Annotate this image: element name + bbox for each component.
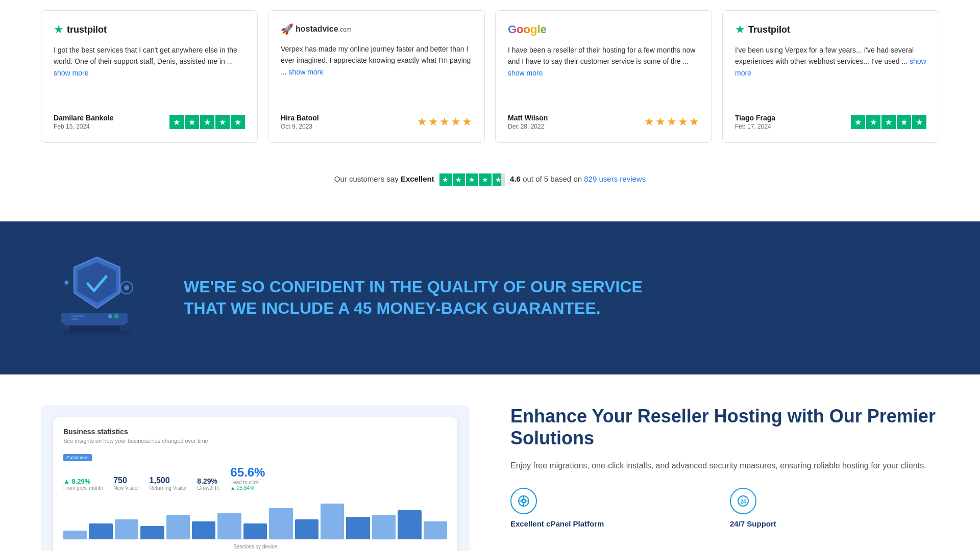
chart-bar-6 — [217, 513, 241, 540]
review-date-1: Feb 15, 2024 — [54, 123, 114, 130]
support-icon-circle: 24 — [730, 488, 756, 514]
feature-title: Enhance Your Reseller Hosting with Our P… — [510, 405, 939, 449]
reviewer-name-1: Damilare Bankole — [54, 114, 114, 122]
banner-headline: WE'RE SO CONFIDENT IN THE QUALITY OF OUR… — [184, 277, 939, 319]
review-card-1: ★ trustpilot I got the best services tha… — [41, 10, 258, 143]
rating-out-of: out of 5 based on — [523, 174, 584, 183]
star-4: ★ — [215, 115, 230, 129]
svg-point-10 — [124, 285, 129, 290]
summary-star-1: ★ — [439, 173, 452, 186]
chart-bar-12 — [372, 515, 396, 539]
chart-bar-8 — [269, 508, 292, 539]
tp4-star-1: ★ — [851, 115, 865, 129]
show-more-link-2[interactable]: show more — [289, 68, 324, 76]
chart-bar-1 — [89, 523, 112, 539]
trustpilot-brand-1: trustpilot — [67, 24, 107, 35]
ha-star-4: ★ — [451, 115, 461, 129]
feature-icon-support: 24 24/7 Support — [730, 488, 939, 528]
shield-illustration — [41, 242, 153, 354]
rating-excellent: Excellent — [401, 174, 434, 183]
show-more-link-1[interactable]: show more — [54, 69, 88, 77]
g-star-2: ★ — [655, 115, 666, 129]
g-star-4: ★ — [678, 115, 688, 129]
stats-subtitle: See insights on how your business has ch… — [63, 438, 447, 444]
reviewer-info-4: Tiago Fraga Feb 17, 2024 — [735, 114, 775, 130]
review-card-3: Google I have been a reseller of their h… — [495, 10, 712, 143]
chart-bar-14 — [424, 521, 447, 539]
star-5: ★ — [231, 115, 245, 129]
stars-ha: ★ ★ ★ ★ ★ — [417, 115, 472, 129]
reviewer-info-3: Matt Wilson Dec 28, 2022 — [508, 114, 548, 130]
review-text-2: Verpex has made my online journey faster… — [281, 43, 472, 78]
svg-point-7 — [61, 329, 133, 337]
reviewer-info-1: Damilare Bankole Feb 15, 2024 — [54, 114, 114, 130]
reviews-grid: ★ trustpilot I got the best services tha… — [41, 10, 939, 143]
review-footer-1: Damilare Bankole Feb 15, 2024 ★ ★ ★ ★ ★ — [54, 114, 245, 130]
review-footer-3: Matt Wilson Dec 28, 2022 ★ ★ ★ ★ ★ — [508, 114, 699, 130]
cpanel-label: Excellent cPanel Platform — [510, 519, 720, 528]
reviews-section: ★ trustpilot I got the best services tha… — [0, 0, 980, 221]
stars-trustpilot-1: ★ ★ ★ ★ ★ — [169, 115, 245, 129]
trustpilot-star-icon-4: ★ — [735, 23, 745, 36]
stats-card: Business statistics See insights on how … — [53, 417, 457, 551]
svg-rect-4 — [71, 318, 79, 320]
svg-point-15 — [523, 500, 525, 502]
reviewer-info-2: Hira Batool Oct 9, 2023 — [281, 114, 319, 130]
svg-rect-3 — [71, 315, 84, 317]
banner-text: WE'RE SO CONFIDENT IN THE QUALITY OF OUR… — [184, 277, 939, 319]
metric-4: 65.6% Lead to click ▲ 25.84% — [230, 465, 265, 491]
chart-bar-2 — [115, 519, 138, 539]
metric-0: ▲ 8.29% From prev. month — [63, 478, 103, 491]
reviewer-name-4: Tiago Fraga — [735, 114, 775, 122]
hostadvice-brand: hostadvice.com — [296, 24, 352, 34]
g-star-5: ★ — [689, 115, 699, 129]
customers-badge: Customers — [63, 452, 447, 465]
cpanel-icon-circle — [510, 488, 537, 514]
star-2: ★ — [185, 115, 199, 129]
svg-point-5 — [114, 314, 118, 318]
rating-score: 4.6 — [510, 174, 521, 183]
trustpilot-brand-4: Trustpilot — [748, 24, 790, 35]
metric-3: 8.29% Growth R. — [197, 477, 220, 491]
tp4-star-5: ★ — [912, 115, 926, 129]
show-more-link-3[interactable]: show more — [508, 69, 543, 77]
stats-title: Business statistics — [63, 428, 447, 436]
ha-star-1: ★ — [417, 115, 427, 129]
stars-google-3: ★ ★ ★ ★ ★ — [644, 115, 699, 129]
stars-trustpilot-4: ★ ★ ★ ★ ★ — [851, 115, 926, 129]
ha-star-3: ★ — [439, 115, 450, 129]
review-date-4: Feb 17, 2024 — [735, 123, 775, 130]
feature-icons: Excellent cPanel Platform 24 24/7 Suppor… — [510, 488, 939, 528]
summary-star-2: ★ — [453, 173, 465, 186]
feature-content: Enhance Your Reseller Hosting with Our P… — [510, 405, 939, 528]
svg-text:24: 24 — [740, 499, 746, 505]
review-footer-4: Tiago Fraga Feb 17, 2024 ★ ★ ★ ★ ★ — [735, 114, 926, 130]
feature-icon-cpanel: Excellent cPanel Platform — [510, 488, 720, 528]
metric-1: 750 New Visitor — [113, 476, 139, 491]
rating-prefix: Our customers say — [334, 174, 399, 183]
chart-label: Sessions by device — [63, 544, 447, 549]
feature-description: Enjoy free migrations, one-click install… — [510, 459, 939, 472]
shield-svg — [41, 242, 153, 354]
platform-trustpilot-1: ★ trustpilot — [54, 23, 245, 36]
tp4-star-2: ★ — [866, 115, 880, 129]
review-text-1: I got the best services that I can't get… — [54, 44, 245, 79]
reviews-link[interactable]: 829 users reviews — [584, 174, 646, 183]
chart-bars — [63, 499, 447, 540]
reviewer-name-3: Matt Wilson — [508, 114, 548, 122]
platform-trustpilot-4: ★ Trustpilot — [735, 23, 926, 36]
review-text-3: I have been a reseller of their hosting … — [508, 44, 699, 79]
summary-star-5-half: ★ — [493, 173, 505, 186]
review-card-2: 🚀 hostadvice.com Verpex has made my onli… — [268, 10, 485, 143]
platform-google: Google — [508, 23, 699, 36]
chart-bar-11 — [346, 517, 370, 539]
trustpilot-star-icon: ★ — [54, 23, 64, 36]
star-1: ★ — [169, 115, 184, 129]
chart-bar-0 — [63, 531, 87, 540]
google-logo: Google — [508, 23, 547, 36]
tp4-star-4: ★ — [897, 115, 911, 129]
rocket-icon: 🚀 — [281, 23, 293, 35]
g-star-1: ★ — [644, 115, 654, 129]
chart-bar-3 — [140, 526, 164, 539]
feature-section: Business statistics See insights on how … — [0, 374, 980, 551]
